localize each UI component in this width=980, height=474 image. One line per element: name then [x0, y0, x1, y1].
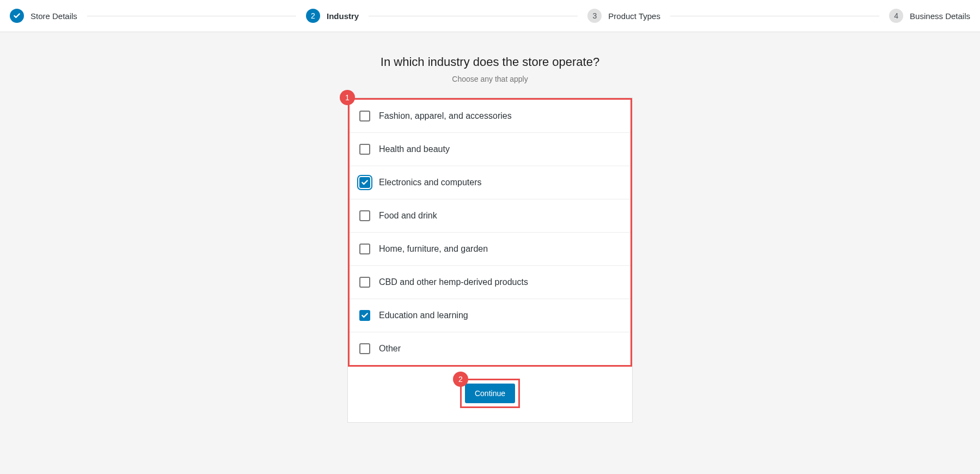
industry-option[interactable]: CBD and other hemp-derived products: [350, 265, 630, 299]
option-label: Education and learning: [379, 311, 468, 320]
step-industry[interactable]: 2 Industry: [306, 9, 359, 23]
checkbox-icon[interactable]: [359, 177, 370, 188]
checkbox-icon[interactable]: [359, 244, 370, 254]
annotation-badge-2: 2: [453, 372, 468, 387]
industry-option[interactable]: Education and learning: [350, 299, 630, 332]
option-label: Home, furniture, and garden: [379, 244, 488, 254]
industry-card: Fashion, apparel, and accessoriesHealth …: [347, 98, 633, 423]
checkbox-icon[interactable]: [359, 343, 370, 354]
main-content: In which industry does the store operate…: [0, 32, 980, 423]
checkbox-icon[interactable]: [359, 277, 370, 288]
step-business-details[interactable]: 4 Business Details: [889, 9, 970, 23]
option-label: Fashion, apparel, and accessories: [379, 111, 512, 121]
step-label: Store Details: [30, 11, 77, 21]
step-label: Business Details: [910, 11, 970, 21]
industry-option[interactable]: Home, furniture, and garden: [350, 232, 630, 265]
industry-options-list: Fashion, apparel, and accessoriesHealth …: [348, 98, 632, 367]
page-subtitle: Choose any that apply: [452, 75, 528, 83]
option-label: Electronics and computers: [379, 178, 482, 187]
industry-option[interactable]: Other: [350, 332, 630, 365]
industry-option[interactable]: Food and drink: [350, 199, 630, 232]
annotation-badge-1: 1: [340, 90, 355, 105]
step-label: Product Types: [608, 11, 660, 21]
step-number-icon: 3: [587, 9, 602, 23]
step-product-types[interactable]: 3 Product Types: [587, 9, 660, 23]
progress-stepper: Store Details 2 Industry 3 Product Types…: [0, 0, 980, 32]
step-divider: [369, 16, 578, 16]
step-store-details[interactable]: Store Details: [10, 9, 77, 23]
step-divider: [87, 16, 296, 16]
industry-option[interactable]: Health and beauty: [350, 132, 630, 166]
check-icon: [10, 9, 24, 23]
industry-option[interactable]: Electronics and computers: [350, 166, 630, 199]
checkbox-icon[interactable]: [359, 210, 370, 221]
card-footer: 2 Continue: [348, 367, 632, 422]
step-label: Industry: [327, 11, 359, 21]
checkbox-icon[interactable]: [359, 111, 370, 121]
checkbox-icon[interactable]: [359, 310, 370, 321]
step-number-icon: 2: [306, 9, 320, 23]
step-number-icon: 4: [889, 9, 903, 23]
page-title: In which industry does the store operate…: [381, 55, 599, 69]
step-divider: [670, 16, 879, 16]
industry-card-wrapper: 1 Fashion, apparel, and accessoriesHealt…: [347, 98, 633, 423]
option-label: CBD and other hemp-derived products: [379, 277, 528, 287]
continue-highlight: 2 Continue: [460, 379, 520, 408]
option-label: Other: [379, 344, 401, 354]
option-label: Food and drink: [379, 211, 437, 221]
option-label: Health and beauty: [379, 144, 450, 154]
continue-button[interactable]: Continue: [465, 384, 515, 403]
checkbox-icon[interactable]: [359, 144, 370, 155]
industry-option[interactable]: Fashion, apparel, and accessories: [350, 100, 630, 132]
